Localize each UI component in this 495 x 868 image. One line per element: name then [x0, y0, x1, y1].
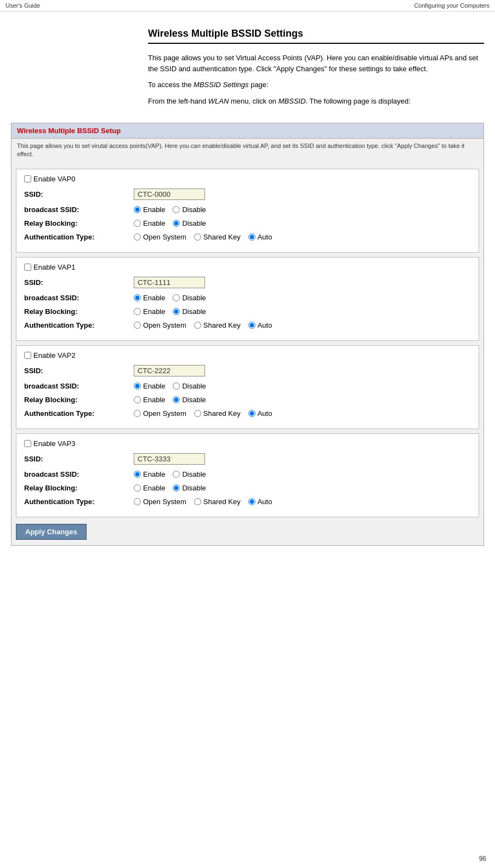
vap0-relay-disable-label: Disable [182, 219, 206, 227]
header-right: Configuring your Computers [414, 2, 490, 9]
header-bar: User's Guide Configuring your Computers [0, 0, 495, 12]
vap2-relay-row: Relay Blocking: Enable Disable [24, 396, 471, 404]
setup-panel-desc: This page allows you to set virutal acce… [12, 139, 483, 164]
vap3-ssid-input[interactable] [134, 453, 205, 465]
vap3-broadcast-enable-label: Enable [143, 470, 165, 478]
vap1-auth-auto[interactable]: Auto [248, 321, 272, 329]
vap3-auth-shared[interactable]: Shared Key [194, 498, 241, 506]
vap2-relay-disable[interactable]: Disable [173, 396, 206, 404]
vap3-enable-checkbox[interactable] [24, 440, 31, 447]
vap3-relay-enable-label: Enable [143, 484, 165, 492]
apply-changes-button[interactable]: Apply Changes [16, 524, 87, 540]
vap3-auth-open-label: Open System [143, 498, 186, 506]
vap2-auth-auto-label: Auto [258, 409, 272, 418]
vap3-auth-open[interactable]: Open System [134, 498, 186, 506]
vap3-auth-shared-label: Shared Key [203, 498, 241, 506]
vap0-relay-enable-label: Enable [143, 219, 165, 227]
vap2-broadcast-disable[interactable]: Disable [173, 382, 206, 390]
vap2-section: Enable VAP2 SSID: broadcast SSID: Enable… [16, 345, 479, 429]
vap3-ssid-label: SSID: [24, 455, 134, 463]
vap3-broadcast-row: broadcast SSID: Enable Disable [24, 470, 471, 478]
vap0-ssid-row: SSID: [24, 189, 471, 200]
vap2-relay-disable-label: Disable [182, 396, 206, 404]
vap1-relay-row: Relay Blocking: Enable Disable [24, 307, 471, 316]
vap2-broadcast-disable-label: Disable [182, 382, 206, 390]
header-left: User's Guide [5, 2, 40, 9]
vap1-broadcast-row: broadcast SSID: Enable Disable [24, 294, 471, 302]
vap3-auth-auto[interactable]: Auto [248, 498, 272, 506]
vap0-auth-auto[interactable]: Auto [248, 233, 272, 241]
vap1-enable-checkbox[interactable] [24, 264, 31, 271]
vap0-broadcast-label: broadcast SSID: [24, 205, 134, 214]
vap2-ssid-row: SSID: [24, 365, 471, 376]
page-number: 96 [479, 855, 486, 863]
vap2-ssid-label: SSID: [24, 367, 134, 375]
vap0-auth-label: Authentication Type: [24, 233, 134, 241]
vap1-section: Enable VAP1 SSID: broadcast SSID: Enable… [16, 257, 479, 341]
vap1-auth-open[interactable]: Open System [134, 321, 186, 329]
vap2-ssid-input[interactable] [134, 365, 205, 376]
vap1-ssid-input[interactable] [134, 277, 205, 288]
vap3-enable-row: Enable VAP3 [24, 439, 471, 448]
vap1-relay-enable-label: Enable [143, 307, 165, 316]
vap2-auth-label: Authentication Type: [24, 409, 134, 418]
vap3-relay-enable[interactable]: Enable [134, 484, 165, 492]
vap2-relay-enable[interactable]: Enable [134, 396, 165, 404]
vap1-relay-disable[interactable]: Disable [173, 307, 206, 316]
vap1-broadcast-enable-label: Enable [143, 294, 165, 302]
vap2-enable-checkbox[interactable] [24, 352, 31, 359]
vap3-enable-checkbox-item[interactable]: Enable VAP3 [24, 439, 75, 448]
vap0-broadcast-disable[interactable]: Disable [173, 205, 206, 214]
vap0-auth-auto-label: Auto [258, 233, 272, 241]
vap0-relay-enable[interactable]: Enable [134, 219, 165, 227]
vap0-enable-checkbox[interactable] [24, 175, 31, 182]
vap1-broadcast-disable[interactable]: Disable [173, 294, 206, 302]
vap0-relay-disable[interactable]: Disable [173, 219, 206, 227]
vap1-auth-shared[interactable]: Shared Key [194, 321, 241, 329]
vap3-broadcast-enable[interactable]: Enable [134, 470, 165, 478]
page-title: Wireless Multiple BSSID Settings [148, 28, 484, 44]
vap2-broadcast-enable[interactable]: Enable [134, 382, 165, 390]
vap1-enable-checkbox-item[interactable]: Enable VAP1 [24, 263, 75, 271]
description-2: To access the MBSSID Settings page: [148, 79, 484, 90]
description-3: From the left-hand WLAN menu, click on M… [148, 96, 484, 107]
vap2-auth-auto[interactable]: Auto [248, 409, 272, 418]
vap3-broadcast-disable-label: Disable [182, 470, 206, 478]
vap3-relay-disable-label: Disable [182, 484, 206, 492]
setup-panel-header: Wireless Multiple BSSID Setup [12, 123, 483, 139]
vap0-auth-open[interactable]: Open System [134, 233, 186, 241]
setup-panel: Wireless Multiple BSSID Setup This page … [11, 123, 484, 546]
vap0-ssid-input[interactable] [134, 189, 205, 200]
vap3-auth-group: Open System Shared Key Auto [134, 498, 272, 506]
vap0-enable-checkbox-item[interactable]: Enable VAP0 [24, 175, 75, 183]
vap0-broadcast-disable-label: Disable [182, 205, 206, 214]
vap2-auth-open[interactable]: Open System [134, 409, 186, 418]
vap2-enable-checkbox-item[interactable]: Enable VAP2 [24, 351, 75, 359]
vap0-relay-row: Relay Blocking: Enable Disable [24, 219, 471, 227]
vap1-broadcast-enable[interactable]: Enable [134, 294, 165, 302]
vap0-auth-shared-label: Shared Key [203, 233, 241, 241]
vap3-auth-row: Authentication Type: Open System Shared … [24, 498, 471, 506]
vap0-relay-group: Enable Disable [134, 219, 206, 227]
vap0-enable-label: Enable VAP0 [33, 175, 75, 183]
vap0-auth-group: Open System Shared Key Auto [134, 233, 272, 241]
vap1-relay-enable[interactable]: Enable [134, 307, 165, 316]
vap1-auth-auto-label: Auto [258, 321, 272, 329]
vap0-broadcast-row: broadcast SSID: Enable Disable [24, 205, 471, 214]
vap2-auth-open-label: Open System [143, 409, 186, 418]
vap3-broadcast-disable[interactable]: Disable [173, 470, 206, 478]
vap2-relay-group: Enable Disable [134, 396, 206, 404]
vap3-relay-disable[interactable]: Disable [173, 484, 206, 492]
vap1-ssid-row: SSID: [24, 277, 471, 288]
vap0-ssid-label: SSID: [24, 190, 134, 198]
vap2-enable-row: Enable VAP2 [24, 351, 471, 359]
vap2-auth-shared[interactable]: Shared Key [194, 409, 241, 418]
vap0-auth-shared[interactable]: Shared Key [194, 233, 241, 241]
vap3-section: Enable VAP3 SSID: broadcast SSID: Enable… [16, 433, 479, 517]
setup-panel-title: Wireless Multiple BSSID Setup [17, 127, 121, 135]
vap3-relay-label: Relay Blocking: [24, 484, 134, 492]
vap1-broadcast-disable-label: Disable [182, 294, 206, 302]
vap3-broadcast-group: Enable Disable [134, 470, 206, 478]
vap2-auth-group: Open System Shared Key Auto [134, 409, 272, 418]
vap0-broadcast-enable[interactable]: Enable [134, 205, 165, 214]
